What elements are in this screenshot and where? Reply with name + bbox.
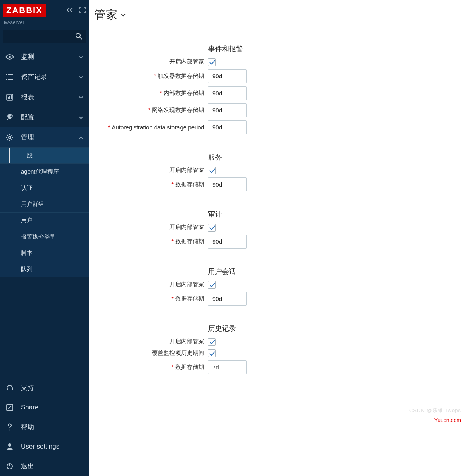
checkbox-override-history[interactable] <box>208 349 216 357</box>
nav-label: User settings <box>21 443 83 450</box>
input-internal-period[interactable] <box>208 86 247 100</box>
subnav-media-types[interactable]: 报警媒介类型 <box>0 229 89 245</box>
input-trigger-period[interactable] <box>208 69 247 83</box>
checkbox-enable-hk-audit[interactable] <box>208 224 216 232</box>
barchart-icon <box>5 94 14 101</box>
headset-icon <box>5 384 14 392</box>
nav-logout[interactable]: 退出 <box>0 456 89 476</box>
checkbox-enable-hk-events[interactable] <box>208 58 216 66</box>
page-header: 管家 <box>89 0 465 29</box>
user-icon <box>5 443 14 450</box>
main: 管家 事件和报警 开启内部管家 *触发器数据存储期 *内部数据存储期 *网络发现… <box>89 0 465 476</box>
checkbox-enable-hk-services[interactable] <box>208 167 216 174</box>
label-enable-hk-sessions: 开启内部管家 <box>169 281 204 287</box>
sidebar-bottom: 支持 Share 帮助 User settings 退出 <box>0 378 89 476</box>
label-internal-period: 内部数据存储期 <box>164 89 204 96</box>
list-icon <box>5 74 14 80</box>
section-services-title: 服务 <box>208 153 222 161</box>
server-name: lw-server <box>3 17 86 29</box>
search-icon[interactable] <box>75 33 82 41</box>
label-discovery-period: 网络发现数据存储期 <box>152 107 204 113</box>
checkbox-enable-hk-history[interactable] <box>208 338 216 346</box>
label-history-period: 数据存储期 <box>175 364 204 370</box>
gear-icon <box>5 134 14 141</box>
wrench-icon <box>5 113 14 121</box>
nav-label: 配置 <box>21 113 72 122</box>
label-enable-hk-history: 开启内部管家 <box>169 338 204 344</box>
page-title-dropdown[interactable]: 管家 <box>94 7 126 24</box>
zabbix-logo: ZABBIX <box>3 4 46 17</box>
input-discovery-period[interactable] <box>208 103 247 117</box>
nav-label: 资产记录 <box>21 72 72 81</box>
label-enable-hk-services: 开启内部管家 <box>169 167 204 173</box>
input-services-period[interactable] <box>208 177 247 191</box>
label-trigger-period: 触发器数据存储期 <box>158 72 204 79</box>
nav-label: 监测 <box>21 52 72 61</box>
power-icon <box>5 463 14 470</box>
input-audit-period[interactable] <box>208 235 247 249</box>
nav-label: 支持 <box>21 383 83 392</box>
page-title: 管家 <box>94 7 117 23</box>
section-events-title: 事件和报警 <box>208 45 243 53</box>
sidebar-header: ZABBIX lw-server <box>0 0 89 30</box>
subnav-authentication[interactable]: 认证 <box>0 180 89 196</box>
nav-administration[interactable]: 管理 <box>0 127 89 147</box>
section-sessions-title: 用户会话 <box>208 268 236 275</box>
nav-label: 退出 <box>21 462 83 471</box>
nav-help[interactable]: 帮助 <box>0 417 89 437</box>
chevron-down-icon <box>79 74 83 80</box>
sidebar: ZABBIX lw-server 监测 <box>0 0 89 476</box>
subnav-users[interactable]: 用户 <box>0 212 89 229</box>
collapse-sidebar-icon[interactable] <box>65 7 74 14</box>
input-sessions-period[interactable] <box>208 292 247 306</box>
nav-reports[interactable]: 报表 <box>0 87 89 107</box>
input-history-period[interactable] <box>208 360 247 374</box>
nav-administration-submenu: 一般 agent代理程序 认证 用户群组 用户 报警媒介类型 脚本 队列 <box>0 147 89 277</box>
watermark-csdn: CSDN @乐维_lwops <box>409 407 461 414</box>
search-input[interactable] <box>7 33 75 40</box>
svg-point-7 <box>9 136 11 139</box>
label-enable-hk-audit: 开启内部管家 <box>169 223 204 230</box>
label-sessions-period: 数据存储期 <box>175 295 204 302</box>
svg-point-12 <box>8 443 11 447</box>
svg-line-1 <box>80 37 82 39</box>
fullscreen-icon[interactable] <box>79 7 86 14</box>
nav-user-settings[interactable]: User settings <box>0 437 89 456</box>
svg-rect-5 <box>9 96 10 99</box>
subnav-scripts[interactable]: 脚本 <box>0 245 89 261</box>
checkbox-enable-hk-sessions[interactable] <box>208 281 216 289</box>
chevron-up-icon <box>79 134 83 141</box>
chevron-down-icon <box>121 12 126 18</box>
label-enable-hk-events: 开启内部管家 <box>169 58 204 65</box>
subnav-queue[interactable]: 队列 <box>0 261 89 277</box>
label-services-period: 数据存储期 <box>175 181 204 187</box>
nav-share[interactable]: Share <box>0 398 89 417</box>
eye-icon <box>5 54 14 60</box>
section-history-title: 历史记录 <box>208 325 236 332</box>
nav-label: Share <box>21 404 83 411</box>
question-icon <box>5 423 14 431</box>
nav-inventory[interactable]: 资产记录 <box>0 67 89 87</box>
watermark-yuucn: Yuucn.com <box>434 417 461 423</box>
share-icon <box>5 404 14 411</box>
svg-rect-6 <box>11 95 12 99</box>
chevron-down-icon <box>79 53 83 60</box>
nav-configuration[interactable]: 配置 <box>0 107 89 127</box>
main-nav: 监测 资产记录 报表 配置 管理 一般 agent代理程序 认证 用户群组 <box>0 47 89 378</box>
nav-monitoring[interactable]: 监测 <box>0 47 89 67</box>
svg-rect-9 <box>12 388 13 390</box>
nav-label: 帮助 <box>21 423 83 431</box>
search-box[interactable] <box>3 30 86 43</box>
subnav-user-groups[interactable]: 用户群组 <box>0 196 89 212</box>
svg-point-0 <box>76 33 80 38</box>
label-audit-period: 数据存储期 <box>175 238 204 244</box>
nav-label: 报表 <box>21 93 72 101</box>
form-content: 事件和报警 开启内部管家 *触发器数据存储期 *内部数据存储期 *网络发现数据存… <box>89 31 465 476</box>
input-autoreg-period[interactable] <box>208 120 247 134</box>
svg-rect-8 <box>7 388 8 390</box>
svg-rect-4 <box>8 97 9 99</box>
subnav-general[interactable]: 一般 <box>0 147 89 163</box>
nav-support[interactable]: 支持 <box>0 378 89 398</box>
svg-point-2 <box>9 56 11 58</box>
subnav-proxies[interactable]: agent代理程序 <box>0 163 89 180</box>
